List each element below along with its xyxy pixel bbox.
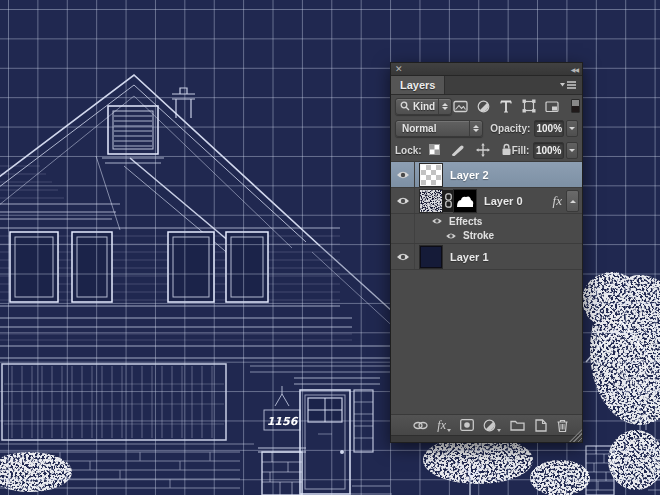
layer0-thumbnail[interactable] [420,190,442,212]
lock-image-pixels-button[interactable] [451,143,465,158]
blend-mode-select[interactable]: Normal [395,120,483,137]
eye-icon [445,232,457,240]
eye-icon [396,196,410,206]
chevron-down-icon [569,127,575,130]
layer1-name[interactable]: Layer 1 [450,251,489,263]
dropdown-arrows-icon [469,121,482,136]
new-group-button[interactable] [510,418,525,433]
fill-value-field[interactable]: 100% [533,142,563,159]
tab-layers[interactable]: Layers [391,76,445,94]
add-layer-mask-button[interactable] [460,418,474,433]
collapse-effects-button[interactable] [566,190,579,212]
layer1-thumbnail[interactable] [420,246,442,268]
lock-transparent-pixels-button[interactable] [429,144,440,157]
layer-style-fx-badge[interactable]: fx [553,193,562,209]
trash-icon [556,419,569,432]
layer-row-layer0[interactable]: Layer 0 fx [391,188,582,214]
kind-filter-dropdown[interactable]: Kind [395,98,452,115]
layer0-name[interactable]: Layer 0 [484,195,523,207]
link-icon [445,193,452,208]
fill-label: Fill: [512,145,530,156]
dropdown-arrows-icon [438,99,451,114]
visibility-toggle[interactable] [391,162,415,187]
transparency-checker-icon [429,144,440,155]
effects-visibility-toggle[interactable] [431,217,443,225]
layer-row-layer2[interactable]: Layer 2 [391,162,582,188]
filter-smart-objects-button[interactable] [544,98,560,114]
filter-pixel-layers-button[interactable] [452,98,468,114]
stroke-visibility-toggle[interactable] [445,232,457,240]
layer0-mask-thumbnail[interactable] [454,190,476,212]
chevron-up-icon [570,200,576,203]
kind-filter-label: Kind [413,101,435,112]
panel-status-strip [391,435,582,442]
new-layer-icon [534,419,547,432]
layers-panel: ✕ ◀◀ Layers Kind [390,62,583,443]
panel-tab-row: Layers [391,76,582,95]
filter-type-layers-button[interactable] [498,98,514,114]
lock-position-button[interactable] [476,143,490,159]
smart-objects-icon [545,100,559,113]
eye-icon [396,170,410,180]
photoshop-workspace: 1156 ✕ [0,0,660,495]
visibility-toggle[interactable] [391,188,415,213]
mask-link-toggle[interactable] [442,190,454,212]
visibility-toggle[interactable] [391,244,415,269]
add-layer-style-button[interactable]: fx [437,418,451,433]
eye-icon [431,217,443,225]
move-icon [476,143,490,157]
fx-icon: fx [437,418,446,433]
house-number: 1156 [267,415,299,428]
filter-toggle-switch[interactable] [571,99,580,113]
blend-bar: Normal Opacity: 100% [391,117,582,140]
filter-shape-layers-button[interactable] [521,98,537,114]
panel-menu-button[interactable] [555,76,582,94]
adjustment-layer-icon [483,419,496,432]
blend-mode-value: Normal [402,123,436,134]
delete-layer-button[interactable] [556,418,569,433]
new-layer-button[interactable] [534,418,547,433]
opacity-label: Opacity: [490,123,530,134]
eye-column-spacer [391,228,415,243]
opacity-value-field[interactable]: 100% [534,120,564,137]
panel-drag-bar[interactable]: ✕ ◀◀ [391,63,582,76]
collapse-panel-icon[interactable]: ◀◀ [571,66,578,73]
chevron-down-icon [497,429,501,432]
type-layers-icon [500,100,512,113]
eye-column-spacer [391,214,415,228]
layer2-name[interactable]: Layer 2 [450,169,489,181]
layer-mask-icon [460,419,474,431]
adjustment-layers-icon [477,100,490,113]
panel-menu-icon [560,80,577,90]
lock-label: Lock: [395,145,422,156]
stroke-effect-row[interactable]: Stroke [391,228,582,244]
search-icon [400,101,410,111]
link-chain-icon [413,421,428,430]
chevron-down-icon [447,429,451,432]
effects-row[interactable]: Effects [391,214,582,228]
lock-bar: Lock: [391,140,582,162]
shape-layers-icon [522,99,536,113]
effects-label[interactable]: Effects [449,216,482,227]
eye-icon [396,252,410,262]
stroke-label[interactable]: Stroke [463,230,494,241]
layer-list: Layer 2 [391,162,582,414]
filter-adjustment-layers-button[interactable] [475,98,491,114]
filter-bar: Kind [391,95,582,117]
chevron-down-icon [569,149,575,152]
link-layers-button[interactable] [413,418,428,433]
tab-layers-label: Layers [400,79,435,91]
lock-all-button[interactable] [501,143,512,158]
new-adjustment-layer-button[interactable] [483,418,501,433]
panel-bottom-toolbar: fx [391,414,582,435]
layer-row-layer1[interactable]: Layer 1 [391,244,582,270]
close-icon[interactable]: ✕ [395,65,403,74]
pixel-layers-icon [453,100,468,113]
folder-icon [510,419,525,431]
fill-dropdown-button[interactable] [566,142,578,159]
layer2-thumbnail[interactable] [420,164,442,186]
brush-icon [451,143,465,156]
opacity-dropdown-button[interactable] [566,120,578,137]
lock-icon [501,143,512,156]
